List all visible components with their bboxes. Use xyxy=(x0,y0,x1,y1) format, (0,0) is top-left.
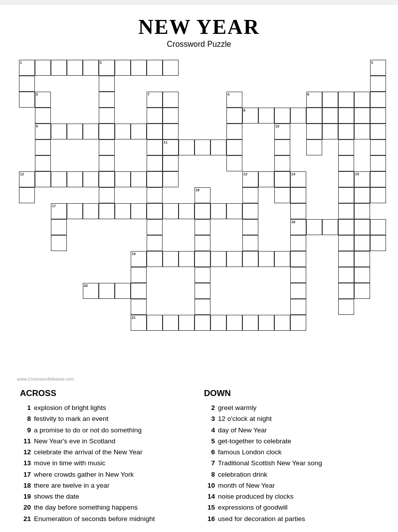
cell-9-22h[interactable] xyxy=(370,187,386,203)
cell-3-13[interactable]: 4 xyxy=(226,92,242,108)
cell-6-8[interactable] xyxy=(147,139,163,155)
cell-8-7[interactable] xyxy=(131,171,147,187)
cell-10-2[interactable]: 17 xyxy=(51,203,67,219)
cell-6-5[interactable] xyxy=(99,139,115,155)
cell-12-14[interactable] xyxy=(242,235,258,251)
cell-5-22d[interactable] xyxy=(370,124,386,139)
cell-13-20[interactable] xyxy=(338,251,354,267)
cell-11-2[interactable] xyxy=(51,219,67,235)
cell-8-16[interactable] xyxy=(274,171,290,187)
cell-7-16[interactable] xyxy=(274,155,290,171)
cell-4-15[interactable] xyxy=(258,108,274,124)
cell-16-20[interactable] xyxy=(338,299,354,315)
cell-8-3[interactable] xyxy=(67,171,83,187)
cell-11-11[interactable] xyxy=(195,219,210,235)
cell-15-11[interactable] xyxy=(195,283,210,299)
cell-4-13[interactable] xyxy=(226,108,242,124)
cell-3-19[interactable] xyxy=(322,92,338,108)
cell-3-0[interactable] xyxy=(19,92,35,108)
cell-3-8[interactable]: 7 xyxy=(147,92,163,108)
cell-5-8[interactable] xyxy=(147,124,163,139)
cell-11-20[interactable] xyxy=(338,219,354,235)
cell-12-8[interactable] xyxy=(147,235,163,251)
cell-1-6[interactable] xyxy=(115,60,131,76)
cell-16-17[interactable] xyxy=(290,299,306,315)
cell-8-0[interactable]: 12 xyxy=(19,171,35,187)
cell-5-16[interactable]: 10 xyxy=(274,124,290,139)
cell-5-19[interactable] xyxy=(322,124,338,139)
cell-15-6[interactable] xyxy=(115,283,131,299)
cell-3-1[interactable]: 5 xyxy=(35,92,51,108)
cell-10-9[interactable] xyxy=(163,203,179,219)
cell-7-20[interactable] xyxy=(338,155,354,171)
cell-3-9[interactable] xyxy=(163,92,179,108)
cell-7-22f[interactable] xyxy=(370,155,386,171)
cell-8-9[interactable] xyxy=(163,171,179,187)
cell-13-9[interactable] xyxy=(163,251,179,267)
cell-5-13[interactable] xyxy=(226,124,242,139)
cell-7-5[interactable] xyxy=(99,155,115,171)
cell-1-8[interactable] xyxy=(147,60,163,76)
cell-7-8[interactable] xyxy=(147,155,163,171)
cell-10-5[interactable] xyxy=(99,203,115,219)
cell-10-4[interactable] xyxy=(83,203,99,219)
cell-13-15[interactable] xyxy=(258,251,274,267)
cell-10-10[interactable] xyxy=(179,203,195,219)
cell-10-12[interactable] xyxy=(210,203,226,219)
cell-4-14[interactable]: 8 xyxy=(242,108,258,124)
cell-12-11[interactable] xyxy=(195,235,210,251)
cell-4-21[interactable] xyxy=(354,108,370,124)
cell-13-13[interactable] xyxy=(226,251,242,267)
cell-2-22[interactable] xyxy=(370,76,386,92)
cell-1-9[interactable] xyxy=(163,60,179,76)
cell-10-7[interactable] xyxy=(131,203,147,219)
cell-15-7[interactable] xyxy=(131,283,147,299)
cell-4-9[interactable] xyxy=(163,108,179,124)
cell-9-17[interactable] xyxy=(290,187,306,203)
cell-1-3[interactable] xyxy=(67,60,83,76)
cell-4-22c[interactable] xyxy=(370,108,386,124)
cell-5-1[interactable]: 9 xyxy=(35,124,51,139)
cell-13-12[interactable] xyxy=(210,251,226,267)
cell-5-6[interactable] xyxy=(115,124,131,139)
cell-13-16[interactable] xyxy=(274,251,290,267)
cell-12-21[interactable] xyxy=(354,235,370,251)
cell-2-5[interactable] xyxy=(99,76,115,92)
cell-17-11[interactable] xyxy=(195,315,210,331)
cell-17-15[interactable] xyxy=(258,315,274,331)
cell-4-1[interactable] xyxy=(35,108,51,124)
cell-6-22e[interactable] xyxy=(370,139,386,155)
cell-6-13[interactable] xyxy=(226,139,242,155)
cell-13-14[interactable] xyxy=(242,251,258,267)
cell-8-4[interactable] xyxy=(83,171,99,187)
cell-5-21[interactable] xyxy=(354,124,370,139)
cell-12-17[interactable] xyxy=(290,235,306,251)
cell-17-14[interactable] xyxy=(242,315,258,331)
cell-15-4[interactable]: 20 xyxy=(83,283,99,299)
cell-13-10[interactable] xyxy=(179,251,195,267)
cell-11-18[interactable] xyxy=(306,219,322,235)
cell-10-13[interactable] xyxy=(226,203,242,219)
cell-9-8[interactable] xyxy=(147,187,163,203)
cell-2-0[interactable] xyxy=(19,76,35,92)
cell-6-1[interactable] xyxy=(35,139,51,155)
cell-7-13[interactable] xyxy=(226,155,242,171)
cell-6-20[interactable] xyxy=(338,139,354,155)
cell-1-4[interactable] xyxy=(83,60,99,76)
cell-5-4[interactable] xyxy=(83,124,99,139)
cell-12-2[interactable] xyxy=(51,235,67,251)
cell-9-11[interactable]: 16 xyxy=(195,187,210,203)
cell-1-7[interactable] xyxy=(131,60,147,76)
cell-8-8[interactable] xyxy=(147,171,163,187)
cell-17-16[interactable] xyxy=(274,315,290,331)
cell-14-11[interactable] xyxy=(195,267,210,283)
cell-13-21[interactable] xyxy=(354,251,370,267)
cell-3-18[interactable]: 6 xyxy=(306,92,322,108)
cell-9-0[interactable] xyxy=(19,187,35,203)
cell-10-20[interactable] xyxy=(338,203,354,219)
cell-5-9[interactable] xyxy=(163,124,179,139)
cell-3-20[interactable] xyxy=(338,92,354,108)
cell-4-19[interactable] xyxy=(322,108,338,124)
cell-14-20[interactable] xyxy=(338,267,354,283)
cell-6-16[interactable] xyxy=(274,139,290,155)
